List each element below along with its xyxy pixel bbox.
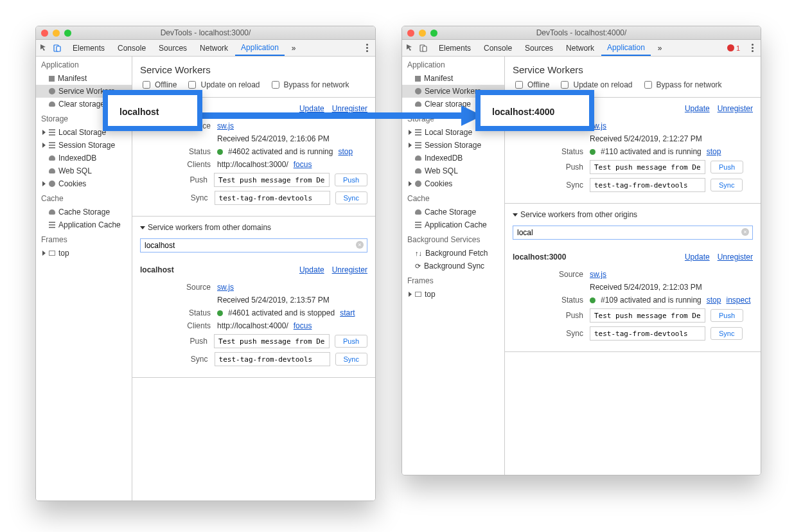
opt-bypass[interactable]: Bypass for network [269, 79, 349, 91]
opt-update[interactable]: Update on reload [558, 79, 632, 91]
update-link[interactable]: Update [685, 253, 710, 262]
update-link[interactable]: Update [685, 104, 710, 113]
other-origins-header[interactable]: Service workers from other origins [505, 204, 761, 223]
sidebar-item-top[interactable]: top [36, 247, 132, 260]
tab-console[interactable]: Console [478, 40, 518, 56]
stop-link[interactable]: stop [707, 147, 721, 156]
svg-rect-3 [423, 46, 427, 51]
tab-application[interactable]: Application [235, 40, 285, 56]
sync-button[interactable]: Sync [335, 353, 367, 366]
sync-input[interactable] [215, 352, 330, 366]
clear-icon[interactable]: × [741, 228, 749, 236]
panel-heading: Service Workers [132, 57, 375, 79]
push-input[interactable] [214, 173, 330, 187]
status-text: #4602 activated and is running [228, 147, 333, 156]
unregister-link[interactable]: Unregister [718, 253, 753, 262]
sidebar-item-app-cache[interactable]: Application Cache [36, 218, 132, 231]
titlebar: DevTools - localhost:3000/ [36, 26, 375, 40]
tab-elements[interactable]: Elements [67, 40, 110, 56]
chevron-down-icon [140, 226, 145, 229]
tab-console[interactable]: Console [112, 40, 152, 56]
opt-offline[interactable]: Offline [140, 79, 177, 91]
received-text: Received 5/24/2019, 2:16:06 PM [217, 134, 367, 143]
window-title: DevTools - localhost:3000/ [36, 28, 375, 37]
push-input[interactable] [590, 308, 705, 323]
sidebar-item-indexeddb[interactable]: IndexedDB [36, 152, 132, 164]
sidebar-item-indexeddb[interactable]: IndexedDB [402, 152, 504, 164]
opt-bypass[interactable]: Bypass for network [642, 79, 722, 91]
sync-input[interactable] [590, 178, 705, 192]
inspect-icon[interactable] [40, 44, 49, 53]
update-link[interactable]: Update [299, 265, 324, 274]
highlight-right: localhost:4000 [475, 90, 594, 131]
tab-sources[interactable]: Sources [153, 40, 193, 56]
tab-network[interactable]: Network [560, 40, 600, 56]
opt-update[interactable]: Update on reload [186, 79, 260, 91]
status-dot-icon [590, 149, 596, 155]
sidebar-item-session-storage[interactable]: Session Storage [36, 139, 132, 152]
tab-elements[interactable]: Elements [433, 40, 477, 56]
sync-label: Sync [140, 193, 208, 202]
filter-input[interactable] [140, 238, 367, 253]
filter-input[interactable] [513, 226, 753, 240]
start-link[interactable]: start [340, 308, 355, 317]
highlight-left: localhost [103, 90, 202, 131]
push-input[interactable] [590, 160, 705, 174]
menu-icon[interactable] [362, 44, 371, 52]
error-icon [727, 44, 734, 51]
tab-bar: Elements Console Sources Network Applica… [402, 40, 761, 57]
sidebar-item-cookies[interactable]: Cookies [36, 177, 132, 190]
sw-card-secondary: localhost:3000 Update Unregister Sources… [505, 246, 761, 352]
sync-button[interactable]: Sync [710, 179, 743, 191]
sync-button[interactable]: Sync [335, 191, 367, 204]
sync-input[interactable] [215, 191, 330, 205]
tab-application[interactable]: Application [601, 40, 651, 56]
opt-offline[interactable]: Offline [513, 79, 549, 91]
inspect-link[interactable]: inspect [726, 296, 750, 305]
error-badge[interactable]: 1 [727, 44, 740, 52]
tab-network[interactable]: Network [194, 40, 234, 56]
other-origins-header[interactable]: Service workers from other domains [132, 217, 375, 236]
window-title: DevTools - localhost:4000/ [402, 28, 761, 37]
sidebar-item-bg-fetch[interactable]: ↑↓Background Fetch [402, 247, 504, 260]
unregister-link[interactable]: Unregister [718, 104, 753, 113]
sidebar-item-manifest[interactable]: Manifest [36, 72, 132, 85]
sidebar-item-bg-sync[interactable]: ⟳Background Sync [402, 260, 504, 272]
sidebar-item-cache-storage[interactable]: Cache Storage [36, 206, 132, 218]
sync-input[interactable] [590, 326, 705, 341]
source-link[interactable]: sw.js [590, 270, 606, 279]
sidebar-item-top[interactable]: top [402, 288, 504, 301]
svg-rect-1 [57, 46, 60, 51]
sidebar-item-app-cache[interactable]: Application Cache [402, 218, 504, 231]
push-input[interactable] [214, 334, 330, 348]
sidebar-item-manifest[interactable]: Manifest [402, 72, 504, 85]
sidebar-hdr-cache: Cache [36, 190, 132, 206]
clear-icon[interactable]: × [356, 241, 364, 249]
tab-sources[interactable]: Sources [519, 40, 559, 56]
focus-link[interactable]: focus [294, 160, 312, 169]
sidebar-item-websql[interactable]: Web SQL [36, 164, 132, 177]
push-label: Push [140, 175, 207, 184]
device-icon[interactable] [419, 44, 428, 53]
tab-overflow[interactable]: » [286, 40, 302, 56]
device-icon[interactable] [53, 44, 62, 53]
sidebar-item-cookies[interactable]: Cookies [402, 177, 504, 190]
sidebar-item-cache-storage[interactable]: Cache Storage [402, 206, 504, 218]
sidebar-item-session-storage[interactable]: Session Storage [402, 139, 504, 152]
stop-link[interactable]: stop [338, 147, 353, 156]
push-button[interactable]: Push [710, 161, 743, 173]
unregister-link[interactable]: Unregister [332, 265, 367, 274]
inspect-icon[interactable] [406, 44, 415, 53]
sidebar-item-websql[interactable]: Web SQL [402, 164, 504, 177]
focus-link[interactable]: focus [294, 321, 312, 330]
push-button[interactable]: Push [335, 335, 367, 348]
push-button[interactable]: Push [710, 309, 743, 322]
source-link[interactable]: sw.js [217, 283, 234, 292]
push-button[interactable]: Push [335, 173, 367, 186]
tab-overflow[interactable]: » [652, 40, 668, 56]
stop-link[interactable]: stop [707, 296, 721, 305]
arrow-icon [201, 103, 484, 129]
sw-name: localhost [140, 265, 174, 274]
sync-button[interactable]: Sync [710, 327, 743, 340]
menu-icon[interactable] [748, 44, 757, 52]
